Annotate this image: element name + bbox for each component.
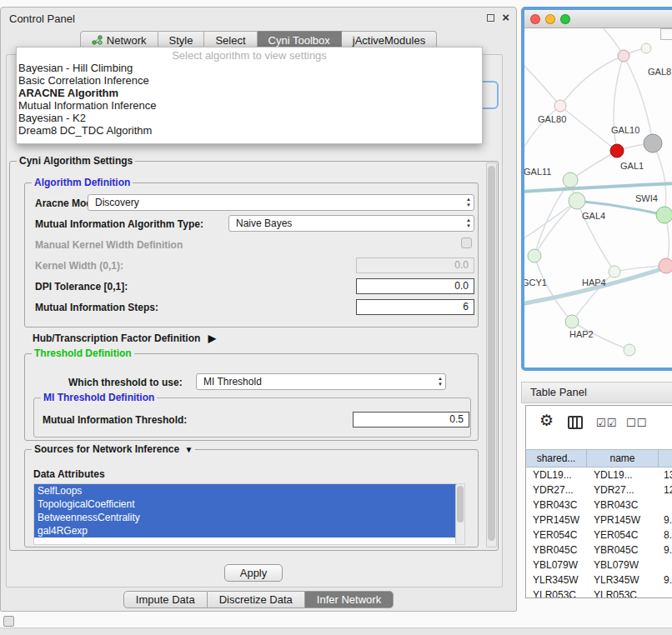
- table-cell: YDL19...: [587, 468, 659, 482]
- network-scrollbar-corner[interactable]: [660, 28, 672, 40]
- table-row[interactable]: YPR145WYPR145W9.: [526, 512, 672, 528]
- bottom-tab-infer-network[interactable]: Infer Network: [305, 591, 394, 608]
- algorithm-placeholder: Select algorithm to view settings: [17, 49, 482, 62]
- which-threshold-select[interactable]: MI Threshold ▲▼: [196, 373, 446, 390]
- attribute-item[interactable]: TopologicalCoefficient: [34, 498, 457, 511]
- table-panel-title: Table Panel: [530, 386, 587, 398]
- algorithm-option[interactable]: ARACNE Algorithm: [17, 87, 482, 99]
- graph-node[interactable]: [618, 50, 629, 62]
- attribute-item[interactable]: SelfLoops: [34, 484, 457, 498]
- apply-button[interactable]: Apply: [224, 564, 283, 582]
- algorithm-option[interactable]: Dream8 DC_TDC Algorithm: [17, 124, 482, 137]
- aracne-mode-select[interactable]: Discovery ▲▼: [88, 194, 474, 211]
- network-window-titlebar[interactable]: [524, 10, 672, 28]
- mi-threshold-field[interactable]: 0.5: [353, 412, 469, 428]
- columns-icon[interactable]: [568, 416, 583, 429]
- graph-node[interactable]: [659, 258, 672, 273]
- mi-steps-field[interactable]: 6: [356, 299, 474, 315]
- manual-kernel-width-checkbox[interactable]: [461, 238, 472, 248]
- algorithm-option[interactable]: Mutual Information Inference: [17, 99, 482, 112]
- collapsed-panel-button[interactable]: [3, 616, 14, 627]
- table-row[interactable]: YBR043CYBR043C: [526, 498, 672, 512]
- algorithm-dropdown-popup: Select algorithm to view settings Bayesi…: [16, 47, 483, 144]
- close-window-button[interactable]: [530, 14, 540, 24]
- table-cell: 9.: [659, 572, 672, 588]
- graph-node[interactable]: [563, 172, 578, 188]
- data-attributes-label: Data Attributes: [33, 468, 105, 480]
- table-row[interactable]: YDR27...YDR27...12: [526, 482, 672, 498]
- graph-node[interactable]: [565, 315, 579, 328]
- table-row[interactable]: YLR345WYLR345W9.: [526, 572, 672, 588]
- table-cell: YBR043C: [526, 498, 587, 512]
- close-icon[interactable]: ×: [502, 12, 509, 22]
- bottom-tab-impute-data[interactable]: Impute Data: [123, 591, 208, 608]
- graph-node[interactable]: [528, 249, 541, 262]
- graph-node[interactable]: [609, 266, 620, 278]
- table-cell: [659, 588, 672, 598]
- deselect-all-checkboxes-icon[interactable]: ☐☐: [626, 417, 647, 429]
- table-row[interactable]: YER054CYER054C8.: [526, 528, 672, 542]
- graph-edge: [560, 106, 617, 151]
- list-scrollbar[interactable]: [455, 484, 464, 544]
- window-title: Control Panel: [9, 12, 75, 25]
- scrollbar-thumb[interactable]: [488, 166, 495, 541]
- gear-icon[interactable]: ⚙: [539, 412, 554, 430]
- graph-edge: [524, 62, 560, 106]
- float-window-icon[interactable]: [487, 14, 494, 22]
- algorithm-option[interactable]: Bayesian - K2: [17, 112, 482, 124]
- sources-group-title[interactable]: Sources for Network Inference ▼: [32, 443, 195, 455]
- table-row[interactable]: YBL079WYBL079W: [526, 558, 672, 572]
- dpi-tolerance-field[interactable]: 0.0: [356, 278, 474, 294]
- table-row[interactable]: YDL19...YDL19...13: [526, 468, 672, 482]
- node-label: HAP4: [582, 278, 606, 288]
- mi-algorithm-type-select[interactable]: Naive Bayes ▲▼: [228, 215, 474, 232]
- select-all-checkboxes-icon[interactable]: ☑☑: [596, 417, 617, 429]
- hub-definition-toggle[interactable]: Hub/Transcription Factor Definition ▶: [33, 332, 216, 344]
- graph-node[interactable]: [641, 43, 651, 53]
- graph-node[interactable]: [569, 192, 585, 209]
- graph-node[interactable]: [624, 344, 635, 356]
- graph-edge: [614, 56, 624, 151]
- kernel-width-field[interactable]: 0.0: [356, 258, 474, 273]
- node-label: GAL10: [611, 125, 639, 135]
- stepper-icon: ▲▼: [466, 218, 471, 229]
- graph-edge: [524, 183, 672, 192]
- which-threshold-label: Which threshold to use:: [68, 377, 183, 388]
- table-row[interactable]: YBR045CYBR045C9.: [526, 542, 672, 558]
- tab-label: Network: [107, 34, 147, 47]
- algorithm-option[interactable]: Bayesian - Hill Climbing: [17, 62, 482, 74]
- attribute-item[interactable]: BetweennessCentrality: [34, 511, 457, 524]
- mi-algorithm-type-label: Mutual Information Algorithm Type:: [35, 218, 203, 230]
- settings-scrollbar[interactable]: [486, 162, 497, 548]
- table-row[interactable]: YLR053CYLR053C: [526, 588, 672, 598]
- column-header[interactable]: [659, 450, 672, 467]
- bottom-edge-bar: [0, 628, 672, 635]
- minimize-window-button[interactable]: [545, 14, 555, 24]
- mi-threshold-group-title: MI Threshold Definition: [41, 392, 157, 403]
- aracne-mode-value: Discovery: [95, 197, 139, 208]
- graph-node[interactable]: [644, 134, 662, 152]
- tab-label: Cyni Toolbox: [268, 34, 330, 47]
- network-graph: GAL8GAL80GAL10GAL11GAL1SWI4GAL4GCY1HAP4H…: [524, 28, 672, 367]
- scrollbar-thumb[interactable]: [457, 486, 464, 522]
- table-cell: 9.: [659, 512, 672, 528]
- column-header[interactable]: shared...: [526, 450, 587, 467]
- sources-group: Sources for Network Inference ▼ Data Att…: [24, 449, 479, 548]
- graph-node[interactable]: [610, 144, 624, 158]
- table-cell: 13: [659, 468, 672, 482]
- network-canvas[interactable]: GAL8GAL80GAL10GAL11GAL1SWI4GAL4GCY1HAP4H…: [524, 28, 672, 367]
- algorithm-option[interactable]: Basic Correlation Inference: [17, 74, 482, 87]
- table-cell: YBL079W: [526, 558, 587, 572]
- threshold-definition-title: Threshold Definition: [32, 348, 134, 359]
- bottom-tab-discretize-data[interactable]: Discretize Data: [208, 591, 305, 608]
- algorithm-popup-list: Bayesian - Hill ClimbingBasic Correlatio…: [17, 62, 482, 137]
- bottom-tabs: Impute DataDiscretize DataInfer Network: [1, 591, 516, 608]
- graph-node[interactable]: [554, 100, 566, 112]
- stepper-icon: ▲▼: [438, 376, 443, 388]
- graph-node[interactable]: [656, 207, 672, 223]
- zoom-window-button[interactable]: [560, 14, 570, 24]
- tab-label: jActiveModules: [353, 34, 425, 47]
- column-header[interactable]: name: [587, 450, 659, 467]
- table-panel-header[interactable]: Table Panel: [521, 382, 672, 403]
- attribute-item[interactable]: gal4RGexp: [34, 524, 457, 538]
